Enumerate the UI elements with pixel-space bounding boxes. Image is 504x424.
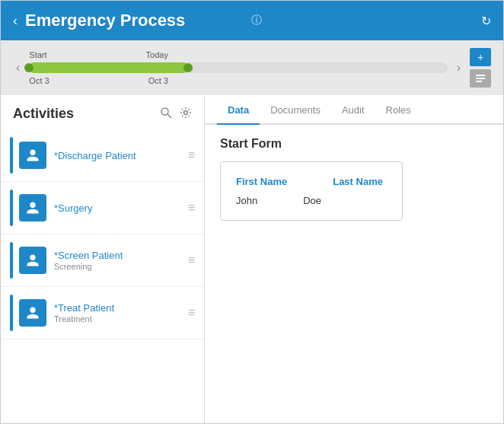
page-title: Emergency Process: [25, 11, 245, 30]
activity-item[interactable]: *Surgery ≡: [1, 182, 204, 234]
left-panel-header: Activities: [1, 95, 204, 129]
timeline-start-label: Start: [29, 50, 46, 59]
activity-name: *Discharge Patient: [54, 150, 182, 161]
timeline-bar: [29, 62, 447, 73]
activity-subtitle: Treatment: [54, 314, 182, 324]
tab-documents[interactable]: Documents: [260, 95, 331, 125]
section-title: Start Form: [220, 137, 488, 151]
left-panel: Activities: [1, 95, 205, 423]
activity-icon: [19, 247, 46, 274]
timeline-today-label: Today: [146, 50, 168, 59]
activity-name: *Screen Patient: [54, 250, 182, 261]
activity-text: *Screen Patient Screening: [54, 250, 182, 271]
tab-audit[interactable]: Audit: [331, 95, 375, 125]
timeline-dot-start: [24, 63, 33, 72]
activities-title: Activities: [13, 106, 74, 122]
activity-icon: [19, 194, 46, 222]
activity-bar: [10, 242, 13, 279]
form-col2-value: Doe: [303, 195, 321, 206]
activity-subtitle: Screening: [54, 262, 182, 271]
form-col2-header: Last Name: [333, 176, 383, 187]
activity-text: *Discharge Patient: [54, 150, 182, 161]
timeline-content: Start Today Oct 3 Oct 3: [29, 50, 447, 85]
gear-icon[interactable]: [180, 107, 192, 122]
timeline-section: ‹ Start Today Oct 3 Oct 3 › +: [1, 40, 503, 95]
activity-icon: [19, 142, 46, 169]
activity-menu-icon[interactable]: ≡: [188, 148, 195, 162]
activity-menu-icon[interactable]: ≡: [188, 201, 195, 215]
activity-bar: [10, 295, 13, 331]
activity-menu-icon[interactable]: ≡: [188, 306, 195, 320]
form-col1-value: John: [236, 195, 257, 206]
tabs: Data Documents Audit Roles: [205, 95, 503, 125]
timeline-today-date: Oct 3: [148, 76, 168, 85]
info-icon[interactable]: ⓘ: [251, 14, 262, 27]
timeline-export-button[interactable]: [470, 69, 491, 88]
timeline-start-date: Oct 3: [29, 76, 49, 85]
activity-item[interactable]: *Discharge Patient ≡: [1, 129, 204, 182]
back-button[interactable]: ‹: [13, 13, 18, 29]
tab-data[interactable]: Data: [217, 95, 260, 125]
tab-roles[interactable]: Roles: [375, 95, 422, 125]
search-icon[interactable]: [160, 107, 172, 122]
activity-name: *Surgery: [54, 202, 182, 214]
activity-text: *Treat Patient Treatment: [54, 302, 182, 324]
activity-text: *Surgery: [54, 202, 182, 214]
activity-icon: [19, 299, 46, 327]
main-content: Activities: [1, 95, 503, 423]
timeline-add-button[interactable]: +: [470, 48, 491, 66]
activity-menu-icon[interactable]: ≡: [188, 253, 195, 267]
svg-rect-0: [476, 75, 485, 76]
timeline-nav-left[interactable]: ‹: [13, 59, 23, 76]
svg-point-3: [161, 108, 168, 115]
activity-name: *Treat Patient: [54, 302, 182, 314]
timeline-buttons: +: [470, 48, 491, 88]
svg-rect-1: [476, 78, 485, 79]
svg-rect-2: [476, 81, 482, 82]
activity-bar: [10, 137, 13, 174]
activities-list: *Discharge Patient ≡ *Surgery ≡: [1, 129, 204, 423]
refresh-icon[interactable]: ↻: [481, 14, 491, 28]
svg-point-5: [184, 110, 188, 114]
form-col1-header: First Name: [236, 176, 287, 187]
activity-item[interactable]: *Screen Patient Screening ≡: [1, 234, 204, 287]
activity-item[interactable]: *Treat Patient Treatment ≡: [1, 287, 204, 340]
right-panel: Data Documents Audit Roles Start Form Fi…: [205, 95, 503, 423]
timeline-dot-end: [183, 63, 193, 72]
start-form: First Name Last Name John Doe: [220, 161, 403, 221]
svg-line-4: [167, 114, 171, 118]
activity-bar: [10, 190, 13, 226]
timeline-nav-right[interactable]: ›: [454, 59, 464, 76]
timeline-fill: [29, 62, 188, 73]
header: ‹ Emergency Process ⓘ ↻: [1, 1, 503, 40]
right-content: Start Form First Name Last Name John Doe: [205, 125, 503, 423]
